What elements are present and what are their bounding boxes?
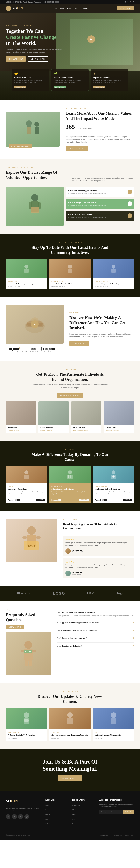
footer-charity-col: Inspire Charity Donate Now Volunteer Eve…	[72, 799, 95, 826]
svg-rect-52	[67, 718, 73, 724]
faq-answer-0: Lorem ipsum dolor sit amet, consectetur …	[57, 615, 134, 617]
hero-play-button[interactable]: ▶	[87, 35, 95, 43]
donate-btn-2[interactable]: Donate	[123, 498, 132, 501]
impact-label: Our Impact	[69, 312, 134, 314]
faq-question-2[interactable]: How are donations used within the organi…	[57, 629, 134, 632]
hero-card-2-btn[interactable]: Learn More	[93, 86, 105, 88]
news-date-1: Jan 10, 2024	[51, 737, 89, 739]
event-tag-1: Food Drive	[51, 280, 89, 282]
footer-charity-link-4[interactable]: Partners	[72, 823, 77, 825]
footer-link-contact[interactable]: Contact	[45, 823, 50, 825]
footer-logo: SOLIN	[6, 799, 40, 803]
svg-point-48	[24, 712, 29, 718]
volunteer-item-2-title: Construction Help Others	[68, 213, 132, 215]
footer-charity-link-0[interactable]: Donate Now	[72, 804, 80, 806]
event-body-2: Fundraising Fundraising Gala & Evening N…	[93, 278, 134, 289]
hero-learn-more-button[interactable]: Learn More	[28, 57, 48, 62]
donate-image-2	[93, 466, 134, 484]
about-explore-button[interactable]: Explore More	[65, 146, 88, 151]
nav-about[interactable]: About	[60, 7, 64, 9]
team-name-2: Michael Chen	[73, 427, 100, 429]
faq-question-0[interactable]: How can I get involved with your organis…	[57, 611, 134, 614]
faq-view-more-button[interactable]: View More	[6, 625, 24, 629]
impact-learn-more-button[interactable]: Learn More	[69, 341, 89, 346]
social-links: f t in yt	[125, 1, 134, 3]
team-view-all-button[interactable]: View All Members	[57, 393, 83, 398]
footer-subscribe-button[interactable]: Subscribe	[123, 810, 134, 814]
svg-point-0	[26, 120, 32, 126]
footer-social: f t in yt	[6, 814, 40, 819]
news-grid: Volunteer A Day In The Life Of A Volunte…	[6, 708, 134, 741]
nav-contact[interactable]: Contact	[82, 7, 88, 9]
news-title-1: How Volunteering Can Transform Your Life	[51, 734, 89, 737]
footer-twitter-icon[interactable]: t	[12, 814, 17, 819]
impact-stat-1-number: 50,000+	[26, 347, 37, 351]
donate-btn-0[interactable]: Donate	[35, 498, 45, 501]
team-card-1: Sarah Johnson Program Director	[38, 402, 69, 433]
footer-link-blog[interactable]: Blog	[45, 818, 48, 820]
volunteer-item-0-btn[interactable]: ›	[128, 190, 132, 194]
facebook-icon[interactable]: f	[125, 1, 126, 3]
twitter-icon[interactable]: t	[128, 1, 128, 3]
news-title: Discover Our Updates & Charity News Cont…	[31, 694, 109, 704]
footer-instagram-icon[interactable]: in	[18, 814, 23, 819]
footer-cookie-link[interactable]: Cookie Policy	[125, 834, 134, 836]
nav-blog[interactable]: Blog	[76, 7, 79, 9]
hero-card-0-btn[interactable]: Learn More	[14, 86, 26, 88]
stories-illustration: Dona	[19, 523, 44, 558]
footer-facebook-icon[interactable]: f	[6, 814, 10, 819]
team-body-2: Michael Chen Volunteer Coordinator	[71, 425, 102, 433]
volunteer-item-1-btn[interactable]: ›	[128, 202, 132, 206]
donate-progress-0	[8, 497, 45, 497]
donate-btn-1[interactable]: Donate	[79, 498, 89, 501]
event-illustration-2	[108, 263, 119, 274]
nav-pages[interactable]: Pages	[67, 7, 72, 9]
footer-link-services[interactable]: Services	[45, 814, 51, 815]
instagram-icon[interactable]: in	[130, 1, 131, 3]
youtube-icon[interactable]: yt	[133, 1, 134, 3]
footer-link-about[interactable]: About Us	[45, 809, 51, 811]
footer-email-input[interactable]	[99, 810, 123, 814]
footer-charity-link-1[interactable]: Volunteer	[72, 809, 78, 811]
nav-donate-button[interactable]: Donate Now	[117, 6, 134, 10]
nav-home[interactable]: Home	[52, 7, 57, 9]
footer-desc: Lorem ipsum dolor sit amet, consectetur …	[6, 805, 40, 812]
footer-newsletter-form: Subscribe	[99, 810, 134, 814]
footer-terms-link[interactable]: Terms of Service	[111, 834, 122, 836]
impact-play-button[interactable]: ▶	[31, 320, 39, 328]
partner-logo-0: StartupName	[17, 591, 32, 596]
partner-logo-2: LBY	[86, 591, 96, 596]
news-title-0: A Day In The Life Of A Volunteer	[8, 734, 45, 737]
partners-section: StartupName LOGO LBY logo	[0, 586, 140, 601]
cta-donate-button[interactable]: Donate Now	[58, 775, 82, 781]
donate-illustration-1	[65, 469, 75, 480]
hero-donate-button[interactable]: Donate Now	[6, 57, 26, 62]
faq-question-4[interactable]: Is my donation tax-deductible? +	[57, 645, 134, 647]
svg-rect-30	[112, 476, 115, 477]
hero-title-line2: Create Positive Change	[6, 34, 56, 40]
faq-question-1[interactable]: What types of volunteer opportunities ar…	[57, 621, 134, 624]
footer-quick-links-title: Quick Links	[45, 799, 68, 801]
faq-question-3[interactable]: Can I donate in honour of someone? +	[57, 637, 134, 640]
hero-card-2-icon: ✦	[93, 72, 126, 75]
footer-link-home[interactable]: Home	[45, 804, 49, 806]
story-text-0: Lorem ipsum dolor sit amet, consectetur …	[65, 541, 132, 547]
hero-card-1-btn[interactable]: Learn More	[54, 86, 66, 88]
main-nav: S SOLIN Home About Pages Blog Contact Do…	[0, 4, 140, 13]
footer-privacy-link[interactable]: Privacy Policy	[99, 834, 109, 836]
hero-card-0-title: Disaster Relief Fund	[14, 76, 47, 79]
volunteer-item-2: Construction Help Others Lorem ipsum dol…	[66, 211, 134, 221]
news-section: Latest News Discover Our Updates & Chari…	[0, 683, 140, 749]
footer-charity-link-2[interactable]: Events	[72, 814, 76, 815]
svg-point-53	[111, 712, 116, 718]
footer-youtube-icon[interactable]: yt	[25, 814, 29, 819]
story-role-1: Donor, 2023	[72, 573, 82, 575]
event-card-1: Food Drive Food Drive For The Holidays D…	[49, 259, 91, 289]
donate-section: Donate Make A Difference Today By Donati…	[0, 441, 140, 511]
footer-charity-links: Donate Now Volunteer Events FAQ Partners	[72, 803, 95, 825]
footer-charity-link-3[interactable]: FAQ	[72, 818, 75, 820]
volunteer-item-2-btn[interactable]: ›	[128, 213, 132, 218]
svg-point-51	[67, 712, 73, 718]
hero-card-2-desc: Lorem ipsum dolor sit amet, consectetur …	[93, 80, 126, 84]
volunteer-item-0-title: Empower Their Digital Futures	[68, 189, 132, 192]
